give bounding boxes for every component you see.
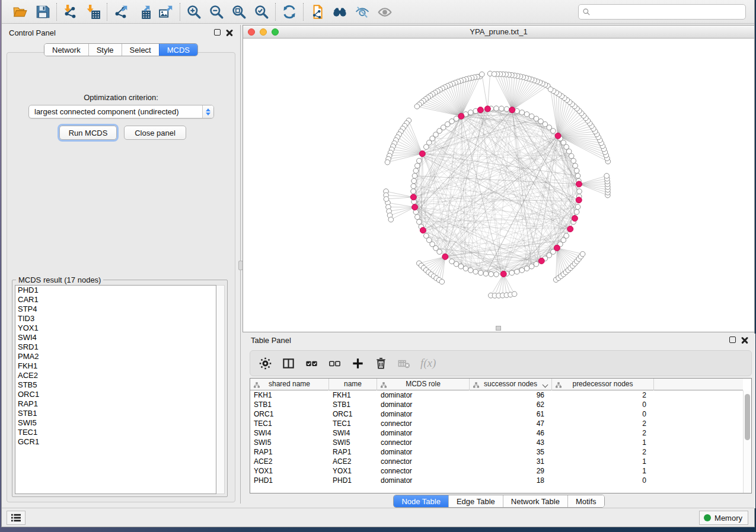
tab-edge-table[interactable]: Edge Table [448,495,503,507]
ring-node[interactable] [489,271,494,277]
ring-node[interactable] [412,173,417,178]
ring-node[interactable] [473,269,479,274]
mcds-node[interactable] [477,107,483,113]
panel-menu-button[interactable] [7,511,25,525]
zoom-out-button[interactable] [208,4,225,20]
mcds-result-item[interactable]: GCR1 [15,437,216,447]
table-row[interactable]: PHD1PHD1dominator180 [250,476,743,485]
ring-node[interactable] [524,112,529,117]
close-panel-icon[interactable] [226,29,233,36]
ring-node[interactable] [411,184,416,189]
mcds-result-item[interactable]: RAP1 [15,399,216,409]
table-row[interactable]: RAP1RAP1dominator352 [250,447,743,457]
tab-motifs[interactable]: Motifs [567,495,604,507]
leaf-node[interactable] [604,174,610,179]
ring-node[interactable] [468,268,473,273]
ring-node[interactable] [483,271,489,277]
ring-node[interactable] [573,163,578,168]
optimization-criterion-select[interactable]: largest connected component (undirected) [28,105,214,118]
leaf-node[interactable] [385,160,390,165]
mcds-result-item[interactable]: TID3 [15,314,216,323]
mcds-result-item[interactable]: SWI4 [15,333,216,342]
mcds-node[interactable] [554,245,560,251]
float-panel-icon[interactable] [214,29,221,36]
table-row[interactable]: FKH1FKH1dominator962 [250,390,743,400]
column-header-successor-nodes[interactable]: successor nodes [470,379,552,390]
search-input[interactable] [591,8,745,16]
search-box[interactable] [578,4,746,20]
ring-node[interactable] [411,189,416,194]
ring-node[interactable] [478,270,483,275]
column-header-MCDS-role[interactable]: MCDS role [377,379,470,390]
ring-node[interactable] [569,153,574,159]
mcds-node[interactable] [576,181,582,187]
mcds-result-item[interactable]: PHD1 [15,286,216,295]
zoom-in-button[interactable] [186,4,202,20]
ring-node[interactable] [574,168,579,174]
mcds-node[interactable] [419,150,425,156]
ring-node[interactable] [412,178,417,184]
tab-style[interactable]: Style [88,44,122,56]
tab-network-table[interactable]: Network Table [503,495,567,507]
ring-node[interactable] [571,158,576,164]
ring-node[interactable] [458,264,464,269]
mcds-result-item[interactable]: STB5 [15,380,216,390]
export-image-button[interactable] [158,4,174,20]
mcds-node[interactable] [576,197,582,203]
zoom-fit-button[interactable] [231,4,247,20]
horizontal-splitter-grip[interactable] [496,326,501,331]
ring-node[interactable] [468,110,473,116]
mcds-result-item[interactable]: YOX1 [15,323,216,333]
add-column-button[interactable] [351,356,365,370]
table-row[interactable]: STB1STB1dominator620 [250,400,743,409]
ring-node[interactable] [515,269,520,274]
close-panel-button[interactable]: Close panel [124,126,186,140]
mcds-result-item[interactable]: ACE2 [15,371,216,380]
leaf-node[interactable] [439,279,445,284]
zoom-selected-button[interactable] [253,4,270,20]
mcds-result-list[interactable]: PHD1CAR1STP4TID3YOX1SWI4SRD1PMA2FKH1ACE2… [15,285,216,494]
table-row[interactable]: TEC1TEC1connector472 [250,419,743,428]
leaf-node[interactable] [384,197,389,202]
mcds-node[interactable] [572,216,578,222]
ring-node[interactable] [509,270,515,275]
ring-node[interactable] [534,116,539,121]
column-header-name[interactable]: name [329,379,377,390]
table-scrollbar-thumb[interactable] [745,394,750,440]
select-all-rows-button[interactable] [305,356,319,370]
table-row[interactable]: ORC1ORC1dominator610 [250,409,743,419]
ring-node[interactable] [534,261,539,267]
ring-node[interactable] [529,114,534,119]
ring-node[interactable] [437,249,442,255]
ring-node[interactable] [454,261,459,267]
tab-node-table[interactable]: Node Table [394,495,448,507]
table-row[interactable]: SWI5SWI5connector431 [250,438,743,447]
mcds-result-item[interactable]: SWI5 [15,418,216,428]
leaf-node[interactable] [414,104,420,109]
show-eye-button[interactable] [377,4,393,20]
ring-node[interactable] [415,214,420,220]
mcds-node[interactable] [412,204,418,210]
tab-mcds[interactable]: MCDS [159,44,197,56]
ring-node[interactable] [575,173,580,178]
import-table-button[interactable] [85,4,101,20]
table-row[interactable]: YOX1YOX1connector291 [250,466,743,476]
ring-node[interactable] [577,189,582,194]
table-scrollbar[interactable] [743,390,751,493]
mcds-result-item[interactable]: SRD1 [15,342,216,352]
ring-node[interactable] [564,233,569,239]
mcds-node[interactable] [458,113,464,119]
mcds-node[interactable] [509,107,515,113]
mcds-result-item[interactable]: PMA2 [15,352,216,361]
run-mcds-button[interactable]: Run MCDS [59,126,117,140]
mcds-node[interactable] [567,226,573,232]
save-session-button[interactable] [34,4,51,20]
table-options-button[interactable] [259,356,273,370]
ring-node[interactable] [494,272,499,277]
memory-button[interactable]: Memory [699,511,748,525]
delete-columns-button[interactable] [374,356,388,370]
mcds-result-item[interactable]: FKH1 [15,361,216,371]
refresh-network-button[interactable] [281,4,298,20]
ring-node[interactable] [463,266,468,271]
open-session-button[interactable] [12,4,28,20]
